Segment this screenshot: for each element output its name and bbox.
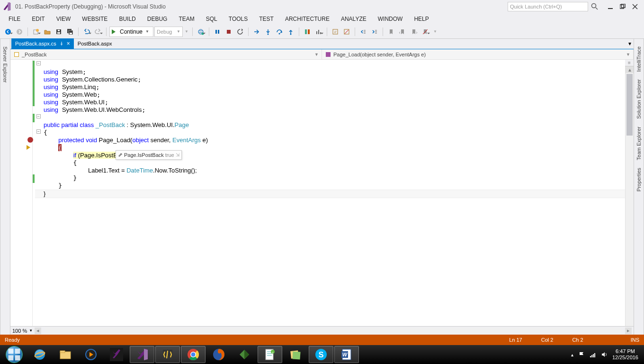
uncomment-button[interactable] xyxy=(341,27,352,37)
menu-architecture[interactable]: ARCHITECTURE xyxy=(280,15,334,23)
menu-analyze[interactable]: ANALYZE xyxy=(336,15,371,23)
tab-postback-aspx[interactable]: PostBack.aspx xyxy=(74,38,116,49)
menu-website[interactable]: WEBSITE xyxy=(77,15,112,23)
tray-overflow-icon[interactable]: ▴ xyxy=(571,352,573,357)
taskbar-word[interactable]: W xyxy=(334,346,359,363)
intellitrace-button[interactable] xyxy=(302,27,313,37)
indent-more-button[interactable] xyxy=(369,27,380,37)
tab-postback-cs[interactable]: PostBack.aspx.cs × xyxy=(11,38,74,49)
menu-edit[interactable]: EDIT xyxy=(27,15,49,23)
editor-footer: 100 % ▼ ◂ ▸ xyxy=(10,326,634,335)
scrollbar-thumb[interactable] xyxy=(626,74,633,136)
clear-bookmarks-button[interactable] xyxy=(420,27,430,37)
step-over-button[interactable] xyxy=(274,27,285,37)
pin-icon[interactable] xyxy=(59,41,64,46)
taskbar-media-player[interactable] xyxy=(79,346,103,363)
menu-debug[interactable]: DEBUG xyxy=(143,15,172,23)
comment-out-button[interactable]: // xyxy=(330,27,340,37)
editor-gutter[interactable]: − − − xyxy=(10,60,35,326)
taskbar-vs-active[interactable] xyxy=(130,346,154,363)
menu-view[interactable]: VIEW xyxy=(52,15,76,23)
taskbar-devtools[interactable] xyxy=(155,346,180,363)
step-out-button[interactable] xyxy=(286,27,296,37)
menu-test[interactable]: TEST xyxy=(254,15,278,23)
toolbar: Continue ▼ Debug▼ ▼ // ▼ xyxy=(0,25,644,39)
browser-link-button[interactable] xyxy=(196,27,206,37)
network-icon[interactable] xyxy=(590,351,596,358)
next-bookmark-button[interactable] xyxy=(409,27,419,37)
vertical-scrollbar[interactable]: ▴ xyxy=(625,66,634,326)
taskbar-clock[interactable]: 6:47 PM 12/25/2016 xyxy=(612,348,638,361)
nav-back-button[interactable] xyxy=(3,27,13,37)
stop-button[interactable] xyxy=(224,27,234,37)
expand-icon[interactable]: ⇲ xyxy=(176,151,179,159)
menu-team[interactable]: TEAM xyxy=(174,15,199,23)
nav-forward-button[interactable] xyxy=(14,27,25,37)
indent-less-button[interactable] xyxy=(358,27,368,37)
server-explorer-tab[interactable]: Server Explorer xyxy=(1,43,9,86)
hscroll-left[interactable]: ◂ xyxy=(35,328,41,334)
menu-sql[interactable]: SQL xyxy=(201,15,222,23)
prev-bookmark-button[interactable] xyxy=(397,27,408,37)
menu-build[interactable]: BUILD xyxy=(114,15,140,23)
restart-button[interactable] xyxy=(235,27,245,37)
minimize-button[interactable] xyxy=(604,2,617,11)
taskbar-explorer[interactable] xyxy=(53,346,78,363)
code-editor[interactable]: − − − using System; using System.Collect… xyxy=(10,60,634,326)
volume-icon[interactable] xyxy=(601,351,608,358)
status-ready: Ready xyxy=(5,337,20,343)
document-tab-strip: PostBack.aspx.cs × PostBack.aspx ▾ xyxy=(10,39,634,49)
taskbar-vs-dark[interactable] xyxy=(104,346,129,363)
code-content[interactable]: using System; using System.Collections.G… xyxy=(35,60,625,326)
config-dropdown[interactable]: Debug▼ xyxy=(154,27,183,37)
horizontal-scrollbar[interactable] xyxy=(45,328,621,334)
start-button[interactable] xyxy=(2,346,27,363)
taskbar-ie[interactable] xyxy=(27,346,52,363)
redo-button[interactable] xyxy=(93,27,103,37)
quick-launch-input[interactable]: Quick Launch (Ctrl+Q) xyxy=(508,2,588,11)
taskbar-sticky-notes[interactable] xyxy=(283,346,308,363)
taskbar-firefox[interactable] xyxy=(206,346,231,363)
solution-explorer-tab[interactable]: Solution Explorer xyxy=(635,75,643,123)
save-all-button[interactable] xyxy=(65,27,75,37)
show-next-statement-button[interactable] xyxy=(251,27,262,37)
diagnostics-button[interactable] xyxy=(313,27,324,37)
taskbar-app-green[interactable] xyxy=(232,346,257,363)
properties-tab[interactable]: Properties xyxy=(635,164,643,195)
svg-text:S: S xyxy=(319,351,324,359)
new-project-button[interactable] xyxy=(31,27,41,37)
close-button[interactable] xyxy=(629,2,641,11)
taskbar-chrome[interactable] xyxy=(181,346,206,363)
step-into-button[interactable] xyxy=(263,27,273,37)
open-file-button[interactable] xyxy=(42,27,53,37)
breakpoint-icon[interactable] xyxy=(27,137,33,143)
tab-overflow-button[interactable]: ▾ xyxy=(626,38,634,49)
undo-button[interactable] xyxy=(81,27,92,37)
close-icon[interactable]: × xyxy=(67,40,70,47)
system-tray[interactable]: ▴ 6:47 PM 12/25/2016 xyxy=(571,348,642,361)
method-icon xyxy=(325,51,331,58)
menu-window[interactable]: WINDOW xyxy=(373,15,408,23)
bookmark-button[interactable] xyxy=(386,27,396,37)
split-handle[interactable]: ≡ xyxy=(625,60,634,66)
menu-help[interactable]: HELP xyxy=(409,15,433,23)
svg-rect-16 xyxy=(70,33,72,34)
taskbar-skype[interactable]: S xyxy=(309,346,333,363)
team-explorer-tab[interactable]: Team Explorer xyxy=(635,123,643,164)
continue-button[interactable]: Continue ▼ xyxy=(109,27,153,37)
menu-file[interactable]: FILE xyxy=(4,15,25,23)
zoom-level[interactable]: 100 % xyxy=(12,328,27,334)
pause-button[interactable] xyxy=(212,27,223,37)
svg-point-22 xyxy=(267,33,268,35)
flag-icon[interactable] xyxy=(578,351,585,358)
maximize-button[interactable] xyxy=(617,2,629,11)
menu-tools[interactable]: TOOLS xyxy=(224,15,252,23)
member-selector[interactable]: Page_Load(object sender, EventArgs e) ▼ xyxy=(322,49,634,59)
save-button[interactable] xyxy=(54,27,64,37)
intellitrace-tab[interactable]: IntelliTrace xyxy=(635,43,643,75)
search-icon[interactable] xyxy=(591,3,599,10)
debug-tooltip[interactable]: Page.IsPostBack true ⇲ xyxy=(116,150,182,160)
class-selector[interactable]: _PostBack ▼ xyxy=(10,49,322,59)
hscroll-right[interactable]: ▸ xyxy=(625,328,632,334)
taskbar-notepad[interactable]: + xyxy=(258,346,282,363)
